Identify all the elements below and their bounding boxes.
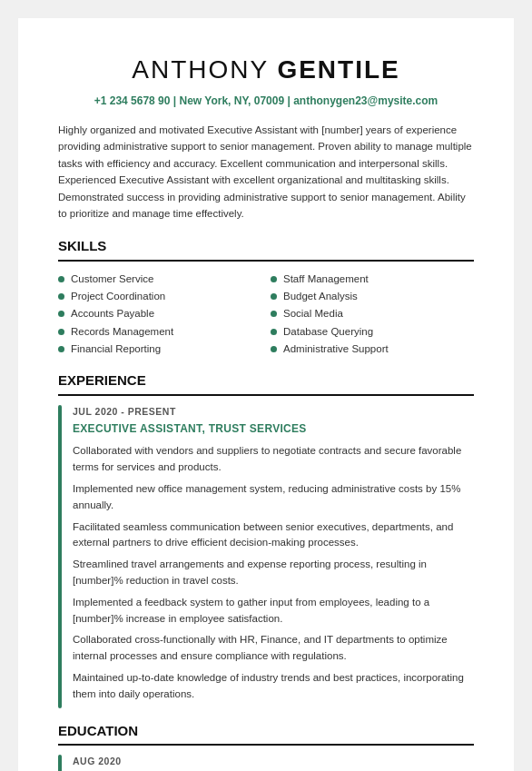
experience-date: JUL 2020 - PRESENT <box>73 405 474 420</box>
education-entry-0: AUG 2020 ASSOCIATE OF ARTS: BUSINESS ADM… <box>58 755 474 771</box>
skill-item: Project Coordination <box>58 288 261 305</box>
skills-section-title: SKILLS <box>58 236 474 262</box>
skill-item: Records Management <box>58 323 261 341</box>
education-section-title: EDUCATION <box>58 721 474 746</box>
experience-bullet-0: Collaborated with vendors and suppliers … <box>73 443 474 476</box>
skill-label: Staff Management <box>283 272 369 287</box>
skill-bullet-icon <box>58 276 64 282</box>
experience-title: EXECUTIVE ASSISTANT, TRUST SERVICES <box>73 420 474 437</box>
skill-label: Administrative Support <box>283 341 389 357</box>
skill-item: Staff Management <box>271 271 474 288</box>
skill-item: Accounts Payable <box>58 305 261 322</box>
skill-bullet-icon <box>271 311 277 317</box>
skill-bullet-icon <box>58 293 64 300</box>
skill-label: Financial Reporting <box>71 341 161 357</box>
skill-bullet-icon <box>271 329 277 335</box>
skill-item: Administrative Support <box>271 341 474 358</box>
experience-section-title: EXPERIENCE <box>58 371 474 396</box>
last-name: GENTILE <box>277 55 399 84</box>
summary-text: Highly organized and motivated Executive… <box>58 124 472 219</box>
education-section: AUG 2020 ASSOCIATE OF ARTS: BUSINESS ADM… <box>58 755 474 771</box>
skill-bullet-icon <box>271 346 277 352</box>
experience-bullet-6: Maintained up-to-date knowledge of indus… <box>73 670 474 703</box>
education-date: AUG 2020 <box>73 755 356 769</box>
skill-label: Social Media <box>283 306 343 321</box>
experience-bullet-1: Implemented new office management system… <box>73 481 474 514</box>
resume-document: ANTHONY GENTILE +1 234 5678 90 | New Yor… <box>18 18 514 771</box>
skill-item: Database Querying <box>271 323 474 341</box>
experience-bullet-5: Collaborated cross-functionally with HR,… <box>73 632 474 665</box>
experience-bullet-2: Facilitated seamless communication betwe… <box>73 519 474 552</box>
skills-grid: Customer Service Project Coordination Ac… <box>58 271 474 358</box>
skill-item: Budget Analysis <box>271 288 474 305</box>
skill-label: Project Coordination <box>71 289 165 304</box>
location: New York, NY, 07009 <box>180 94 285 107</box>
skill-bullet-icon <box>271 276 277 282</box>
contact-info: +1 234 5678 90 | New York, NY, 07009 | a… <box>58 93 474 109</box>
first-name: ANTHONY <box>132 55 277 84</box>
skill-item: Social Media <box>271 305 474 322</box>
experience-bullet-4: Implemented a feedback system to gather … <box>73 595 474 628</box>
skills-left-column: Customer Service Project Coordination Ac… <box>58 271 261 358</box>
skill-label: Accounts Payable <box>71 306 154 321</box>
experience-content: JUL 2020 - PRESENT EXECUTIVE ASSISTANT, … <box>73 405 474 708</box>
skill-label: Budget Analysis <box>283 289 358 304</box>
skill-label: Database Querying <box>283 324 373 340</box>
candidate-name: ANTHONY GENTILE <box>58 51 474 89</box>
experience-bar <box>58 405 62 708</box>
education-bar <box>58 755 62 771</box>
skill-item: Customer Service <box>58 271 261 288</box>
summary-section: Highly organized and motivated Executive… <box>58 122 474 222</box>
experience-bullet-3: Streamlined travel arrangements and expe… <box>73 557 474 589</box>
skill-label: Customer Service <box>71 272 153 287</box>
skill-bullet-icon <box>58 329 64 335</box>
phone: +1 234 5678 90 <box>94 94 171 107</box>
skill-item: Financial Reporting <box>58 341 261 358</box>
skills-right-column: Staff Management Budget Analysis Social … <box>271 271 474 358</box>
skill-bullet-icon <box>58 346 64 352</box>
skill-bullet-icon <box>271 293 277 300</box>
email: anthonygen23@mysite.com <box>293 94 438 107</box>
experience-section: JUL 2020 - PRESENT EXECUTIVE ASSISTANT, … <box>58 405 474 708</box>
separator-1: | <box>173 94 180 107</box>
education-content: AUG 2020 ASSOCIATE OF ARTS: BUSINESS ADM… <box>73 755 356 771</box>
skill-label: Records Management <box>71 324 173 340</box>
experience-entry-0: JUL 2020 - PRESENT EXECUTIVE ASSISTANT, … <box>58 405 474 708</box>
skill-bullet-icon <box>58 311 64 317</box>
